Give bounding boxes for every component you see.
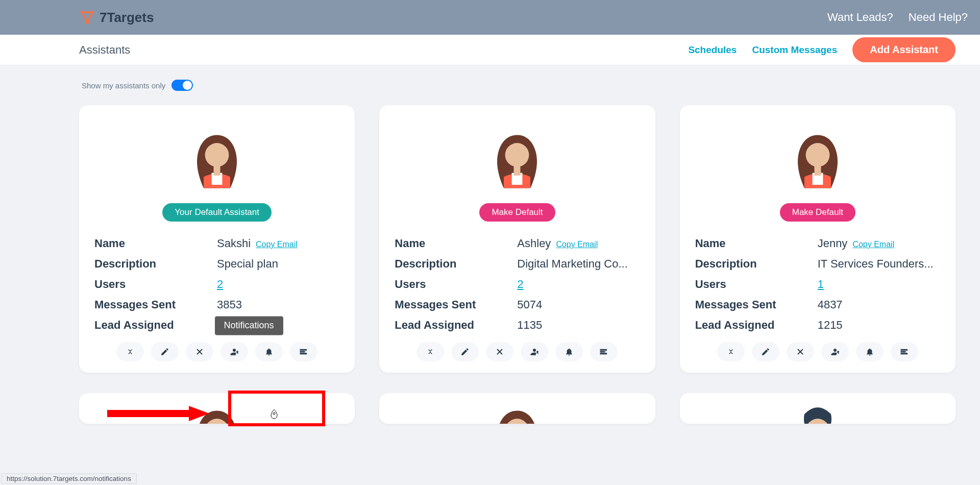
lead-assigned-value: 1135 bbox=[517, 319, 640, 332]
delete-button[interactable] bbox=[186, 342, 213, 361]
brand-text: 7Targets bbox=[100, 10, 154, 26]
messages-sent-value: 3853 bbox=[217, 298, 339, 311]
filter-row: Show my assistants only bbox=[0, 65, 980, 100]
page-title: Assistants bbox=[79, 43, 130, 57]
svg-point-13 bbox=[606, 353, 607, 354]
svg-point-16 bbox=[906, 353, 908, 354]
share-user-button[interactable] bbox=[521, 342, 548, 361]
assistant-card bbox=[379, 393, 655, 424]
settings-button[interactable] bbox=[590, 342, 618, 361]
svg-point-14 bbox=[906, 349, 908, 350]
settings-button[interactable] bbox=[891, 342, 918, 361]
users-label: Users bbox=[94, 278, 217, 291]
edit-button[interactable] bbox=[151, 342, 179, 361]
schedules-link[interactable]: Schedules bbox=[688, 44, 737, 56]
make-default-badge[interactable]: Make Default bbox=[780, 203, 855, 222]
copy-email-link[interactable]: Copy Email bbox=[852, 240, 894, 249]
description-label: Description bbox=[395, 257, 517, 271]
svg-point-9 bbox=[304, 351, 305, 352]
edit-button[interactable] bbox=[451, 342, 479, 361]
copy-email-link[interactable]: Copy Email bbox=[556, 240, 598, 249]
delete-button[interactable] bbox=[486, 342, 513, 361]
card-actions: Notifications bbox=[94, 342, 339, 361]
delete-button[interactable] bbox=[787, 342, 814, 361]
messages-sent-label: Messages Sent bbox=[695, 298, 818, 311]
users-label: Users bbox=[395, 278, 517, 291]
assistant-card: Make Default NameAshleyCopy Email Descri… bbox=[379, 105, 655, 373]
messages-sent-label: Messages Sent bbox=[94, 298, 217, 311]
users-count-link[interactable]: 2 bbox=[217, 278, 223, 290]
description-value: Digital Marketing Co... bbox=[517, 257, 640, 271]
avatar-icon bbox=[184, 393, 250, 424]
status-bar-url: https://solution.7targets.com/notificati… bbox=[1, 473, 137, 484]
default-badge: Your Default Assistant bbox=[162, 203, 272, 222]
messages-sent-value: 5074 bbox=[517, 298, 640, 311]
description-value: IT Services Founders... bbox=[818, 257, 940, 271]
notifications-button[interactable] bbox=[255, 342, 283, 361]
lead-assigned-label: Lead Assigned bbox=[695, 319, 818, 332]
users-label: Users bbox=[695, 278, 818, 291]
users-count-link[interactable]: 2 bbox=[517, 278, 523, 290]
share-user-button[interactable] bbox=[821, 342, 849, 361]
connect-button[interactable] bbox=[116, 342, 144, 361]
avatar-icon bbox=[785, 393, 851, 424]
need-help-link[interactable]: Need Help? bbox=[909, 11, 968, 24]
custom-messages-link[interactable]: Custom Messages bbox=[752, 44, 837, 56]
assistant-card bbox=[680, 393, 955, 424]
svg-point-15 bbox=[905, 351, 906, 352]
name-value: Jenny bbox=[818, 237, 848, 250]
assistants-grid-row2 bbox=[0, 388, 980, 424]
svg-point-8 bbox=[306, 349, 307, 350]
settings-button[interactable] bbox=[290, 342, 317, 361]
lead-assigned-value: 1215 bbox=[818, 319, 940, 332]
filter-label: Show my assistants only bbox=[82, 81, 165, 90]
svg-point-12 bbox=[605, 351, 606, 352]
notifications-button[interactable] bbox=[555, 342, 583, 361]
share-user-button[interactable] bbox=[220, 342, 248, 361]
assistant-card bbox=[79, 393, 355, 424]
connect-button[interactable] bbox=[717, 342, 745, 361]
want-leads-link[interactable]: Want Leads? bbox=[827, 11, 893, 24]
card-actions bbox=[395, 342, 640, 361]
make-default-badge[interactable]: Make Default bbox=[479, 203, 555, 222]
assistants-grid: Your Default Assistant NameSakshiCopy Em… bbox=[0, 100, 980, 373]
name-label: Name bbox=[94, 237, 217, 250]
assistant-card: Your Default Assistant NameSakshiCopy Em… bbox=[79, 105, 355, 373]
copy-email-link[interactable]: Copy Email bbox=[256, 240, 298, 249]
lead-assigned-label: Lead Assigned bbox=[395, 319, 517, 332]
svg-point-10 bbox=[306, 353, 307, 354]
lead-assigned-label: Lead Assigned bbox=[94, 319, 217, 332]
connect-button[interactable] bbox=[416, 342, 444, 361]
description-value: Special plan bbox=[217, 257, 339, 271]
name-value: Ashley bbox=[517, 237, 551, 250]
notifications-tooltip: Notifications bbox=[215, 316, 283, 335]
messages-sent-value: 4837 bbox=[818, 298, 940, 311]
avatar-icon bbox=[484, 393, 550, 424]
messages-sent-label: Messages Sent bbox=[395, 298, 517, 311]
name-label: Name bbox=[695, 237, 818, 250]
top-header: 7Targets Want Leads? Need Help? bbox=[0, 0, 980, 35]
edit-button[interactable] bbox=[752, 342, 779, 361]
avatar-icon bbox=[785, 117, 851, 199]
assistant-card: Make Default NameJennyCopy Email Descrip… bbox=[680, 105, 955, 373]
name-value: Sakshi bbox=[217, 237, 251, 250]
avatar-icon bbox=[184, 117, 250, 199]
card-actions bbox=[695, 342, 940, 361]
brand-logo[interactable]: 7Targets bbox=[79, 9, 154, 26]
show-my-assistants-toggle[interactable] bbox=[172, 80, 193, 91]
sub-header: Assistants Schedules Custom Messages Add… bbox=[0, 35, 980, 65]
description-label: Description bbox=[695, 257, 818, 271]
users-count-link[interactable]: 1 bbox=[818, 278, 824, 290]
description-label: Description bbox=[94, 257, 217, 271]
svg-point-11 bbox=[606, 349, 607, 350]
brand-icon bbox=[79, 9, 95, 26]
name-label: Name bbox=[395, 237, 517, 250]
add-assistant-button[interactable]: Add Assistant bbox=[852, 37, 955, 62]
avatar-icon bbox=[484, 117, 550, 199]
notifications-button[interactable] bbox=[856, 342, 884, 361]
